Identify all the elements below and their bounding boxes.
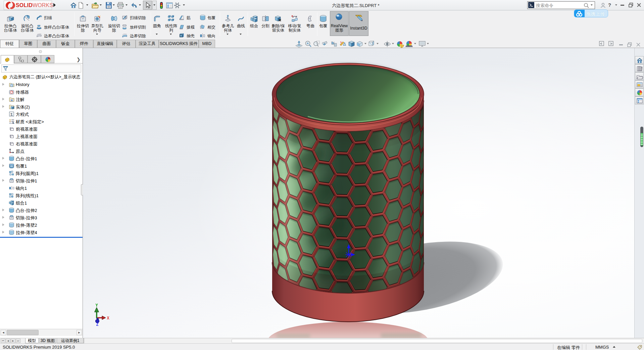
svg-text:Z: Z <box>96 322 98 327</box>
svg-text:Y: Y <box>95 303 98 308</box>
svg-text:Σ: Σ <box>10 113 13 116</box>
svg-text:A: A <box>11 99 12 101</box>
svg-text:X: X <box>107 316 109 321</box>
